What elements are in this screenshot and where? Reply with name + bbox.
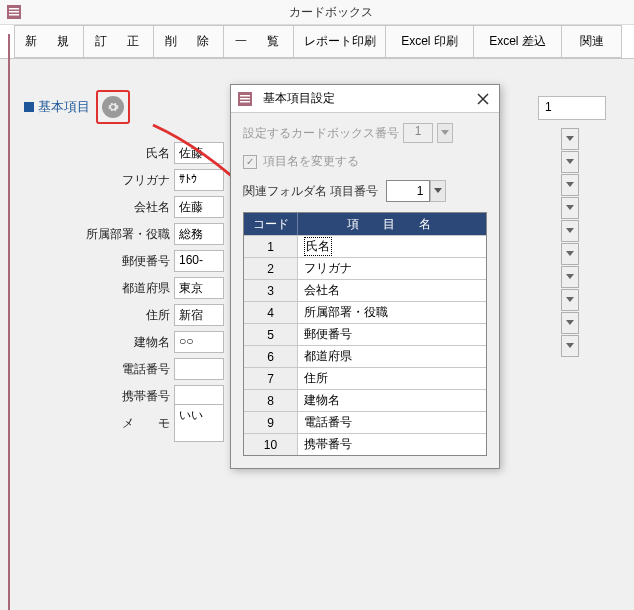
field-value[interactable]: ○○: [174, 331, 224, 353]
field-label: 住所: [14, 307, 174, 324]
cell-code: 10: [244, 434, 298, 455]
field-label: 会社名: [14, 199, 174, 216]
row-dropdown[interactable]: [561, 128, 579, 150]
cell-name[interactable]: 郵便番号: [298, 324, 486, 345]
settings-button[interactable]: [96, 90, 130, 124]
table-row[interactable]: 5郵便番号: [244, 323, 486, 345]
chevron-down-icon: [566, 297, 574, 303]
svg-rect-7: [240, 101, 250, 103]
cardbox-number-row: 設定するカードボックス番号 1: [243, 123, 487, 143]
chevron-down-icon: [566, 274, 574, 280]
table-row[interactable]: 1氏名: [244, 235, 486, 257]
table-row[interactable]: 7住所: [244, 367, 486, 389]
cell-name[interactable]: 氏名: [298, 236, 486, 257]
cell-code: 6: [244, 346, 298, 367]
cell-code: 7: [244, 368, 298, 389]
field-value[interactable]: 佐藤: [174, 142, 224, 164]
row-dropdown[interactable]: [561, 243, 579, 265]
items-table: コード 項 目 名 1氏名2フリガナ3会社名4所属部署・役職5郵便番号6都道府県…: [243, 212, 487, 456]
cell-name[interactable]: 所属部署・役職: [298, 302, 486, 323]
folder-item-number-input[interactable]: [386, 180, 430, 202]
chevron-down-icon: [566, 343, 574, 349]
table-row[interactable]: 8建物名: [244, 389, 486, 411]
cardbox-number-dropdown: [437, 123, 453, 143]
row-dropdown[interactable]: [561, 197, 579, 219]
field-label: 都道府県: [14, 280, 174, 297]
form-icon: [6, 4, 22, 20]
report-print-button[interactable]: レポート印刷: [294, 25, 386, 58]
cell-name[interactable]: 会社名: [298, 280, 486, 301]
chevron-down-icon: [434, 188, 442, 194]
excel-merge-button[interactable]: Excel 差込: [474, 25, 562, 58]
cell-code: 1: [244, 236, 298, 257]
toolbar: 新 規 訂 正 削 除 一 覧 レポート印刷 Excel 印刷 Excel 差込…: [0, 25, 634, 59]
svg-rect-1: [9, 8, 19, 10]
settings-dialog: 基本項目設定 設定するカードボックス番号 1 ✓ 項目名を変更する 関連フォルダ…: [230, 84, 500, 469]
field-label: 郵便番号: [14, 253, 174, 270]
cell-code: 3: [244, 280, 298, 301]
field-label: 携帯番号: [14, 388, 174, 405]
row-dropdown[interactable]: [561, 151, 579, 173]
rename-items-row: ✓ 項目名を変更する: [243, 153, 487, 170]
folder-item-label: 関連フォルダ名 項目番号: [243, 183, 378, 200]
field-value[interactable]: 佐藤: [174, 196, 224, 218]
field-value[interactable]: 総務: [174, 223, 224, 245]
header-code: コード: [244, 213, 298, 235]
rename-label: 項目名を変更する: [263, 153, 359, 170]
svg-rect-5: [240, 95, 250, 97]
table-row[interactable]: 4所属部署・役職: [244, 301, 486, 323]
cell-name[interactable]: 建物名: [298, 390, 486, 411]
field-label: フリガナ: [14, 172, 174, 189]
table-row[interactable]: 6都道府県: [244, 345, 486, 367]
cell-name[interactable]: 都道府県: [298, 346, 486, 367]
row-dropdown[interactable]: [561, 174, 579, 196]
chevron-down-icon: [566, 205, 574, 211]
field-value[interactable]: 新宿: [174, 304, 224, 326]
table-row[interactable]: 10携帯番号: [244, 433, 486, 455]
row-dropdown[interactable]: [561, 335, 579, 357]
related-button[interactable]: 関連: [562, 25, 622, 58]
close-icon: [477, 93, 489, 105]
record-number-field[interactable]: 1: [538, 96, 606, 120]
table-header: コード 項 目 名: [244, 213, 486, 235]
cell-code: 2: [244, 258, 298, 279]
row-dropdown[interactable]: [561, 289, 579, 311]
cardbox-number-label: 設定するカードボックス番号: [243, 125, 399, 142]
dialog-titlebar: 基本項目設定: [231, 85, 499, 113]
field-value[interactable]: [174, 358, 224, 380]
new-button[interactable]: 新 規: [14, 25, 84, 58]
excel-print-button[interactable]: Excel 印刷: [386, 25, 474, 58]
field-value[interactable]: ｻﾄｳ: [174, 169, 224, 191]
chevron-down-icon: [566, 136, 574, 142]
field-value[interactable]: 160-: [174, 250, 224, 272]
close-button[interactable]: [467, 85, 499, 113]
list-button[interactable]: 一 覧: [224, 25, 294, 58]
cell-name[interactable]: 携帯番号: [298, 434, 486, 455]
cell-code: 8: [244, 390, 298, 411]
folder-item-dropdown[interactable]: [430, 180, 446, 202]
delete-button[interactable]: 削 除: [154, 25, 224, 58]
section-label: 基本項目: [38, 98, 90, 116]
titlebar: カードボックス: [0, 0, 634, 25]
chevron-down-icon: [441, 130, 449, 136]
chevron-down-icon: [566, 320, 574, 326]
edit-button[interactable]: 訂 正: [84, 25, 154, 58]
table-row[interactable]: 9電話番号: [244, 411, 486, 433]
table-row[interactable]: 3会社名: [244, 279, 486, 301]
row-dropdown[interactable]: [561, 266, 579, 288]
folder-item-row: 関連フォルダ名 項目番号: [243, 180, 487, 202]
chevron-down-icon: [566, 159, 574, 165]
vertical-accent: [8, 34, 10, 610]
field-value[interactable]: 東京: [174, 277, 224, 299]
field-label: 電話番号: [14, 361, 174, 378]
chevron-down-icon: [566, 182, 574, 188]
cell-name[interactable]: 住所: [298, 368, 486, 389]
field-value[interactable]: いい: [174, 404, 224, 442]
chevron-down-icon: [566, 228, 574, 234]
row-dropdown[interactable]: [561, 312, 579, 334]
row-dropdown[interactable]: [561, 220, 579, 242]
header-name: 項 目 名: [298, 213, 486, 235]
cell-name[interactable]: 電話番号: [298, 412, 486, 433]
cell-name[interactable]: フリガナ: [298, 258, 486, 279]
table-row[interactable]: 2フリガナ: [244, 257, 486, 279]
